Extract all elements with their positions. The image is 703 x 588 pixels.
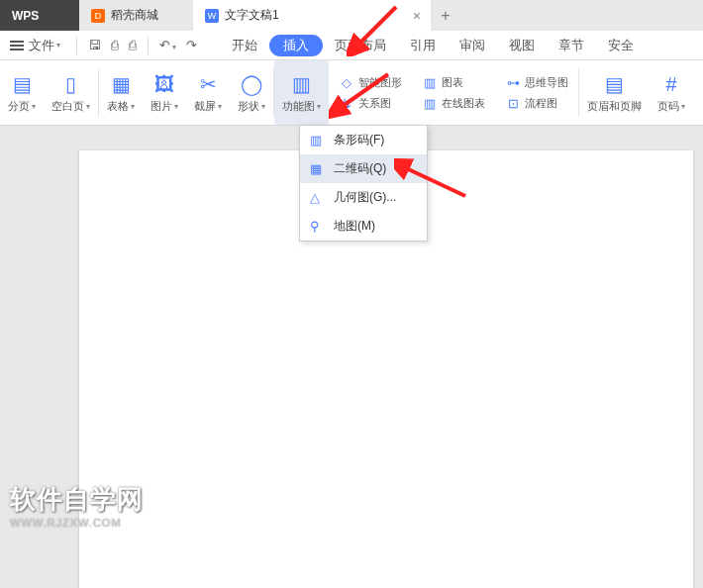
undo-icon[interactable]: ↶▾ [154,38,181,52]
print-preview-icon[interactable]: ⎙ [106,38,124,52]
tab-add[interactable]: + [431,0,460,31]
table-button[interactable]: ▦ 表格▾ [99,60,143,125]
print-icon[interactable]: ⎙ [124,38,142,52]
map-icon: ⚲ [310,219,328,234]
menutab-start[interactable]: 开始 [220,31,269,60]
store-icon: D [91,9,105,23]
screenshot-icon: ✂ [200,71,217,97]
annotation-arrow-qrcode [394,158,473,203]
qrcode-icon: ▦ [310,161,328,176]
table-icon: ▦ [112,71,131,97]
annotation-arrow-insert [347,2,406,56]
geometry-icon: △ [310,190,328,205]
page-break-icon: ▤ [13,71,32,97]
header-footer-icon: ▤ [605,71,624,97]
blank-page-button[interactable]: ▯ 空白页▾ [44,60,98,125]
picture-button[interactable]: 🖼 图片▾ [143,60,186,125]
save-icon[interactable]: 🖫 [83,38,106,52]
tab-store[interactable]: D 稻壳商城 [79,0,193,31]
file-menu[interactable]: 文件 ▾ [6,37,70,54]
menu-icon [10,39,24,52]
page-number-button[interactable]: # 页码▾ [650,60,693,125]
menutab-insert[interactable]: 插入 [269,35,323,56]
function-chart-icon: ▥ [292,71,311,97]
header-footer-button[interactable]: ▤ 页眉和页脚 [579,60,650,125]
menutab-review[interactable]: 审阅 [448,31,497,60]
mindmap-icon: ⊶ [505,75,521,90]
mindmap-button[interactable]: ⊶思维导图 [501,72,572,93]
menutab-chapter[interactable]: 章节 [547,31,596,60]
chart-button[interactable]: ▥图表 [418,72,489,93]
dropdown-barcode[interactable]: ▥条形码(F) [300,126,427,154]
page-break-button[interactable]: ▤ 分页▾ [0,60,44,125]
flowchart-button[interactable]: ⊡流程图 [501,93,572,114]
separator [148,37,149,54]
redo-icon[interactable]: ↷ [181,38,202,52]
watermark: 软件自学网 WWW.RJZXW.COM [10,482,144,529]
close-icon[interactable]: × [413,8,421,24]
chart-icon: ▥ [422,75,438,90]
menutab-view[interactable]: 视图 [497,31,547,60]
online-chart-icon: ▥ [422,96,438,111]
tab-wps[interactable]: WPS [0,0,79,31]
annotation-arrow-funcchart [329,69,398,119]
screenshot-button[interactable]: ✂ 截屏▾ [186,60,230,125]
separator [76,37,77,54]
barcode-icon: ▥ [310,133,328,147]
blank-page-icon: ▯ [65,71,76,97]
shapes-button[interactable]: ◯ 形状▾ [230,60,273,125]
shapes-icon: ◯ [241,71,262,97]
picture-icon: 🖼 [154,71,174,97]
doc-icon: W [205,9,219,23]
page-number-icon: # [665,71,676,97]
flowchart-icon: ⊡ [505,96,521,111]
function-chart-button[interactable]: ▥ 功能图▾ [274,60,329,125]
menutab-security[interactable]: 安全 [596,31,646,60]
dropdown-map[interactable]: ⚲地图(M) [300,212,427,241]
online-chart-button[interactable]: ▥在线图表 [418,93,489,114]
